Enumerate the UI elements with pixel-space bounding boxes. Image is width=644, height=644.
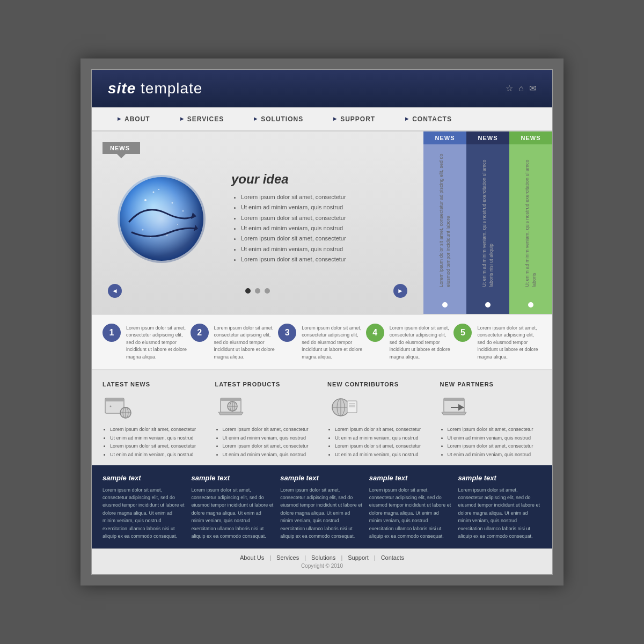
- nav-about[interactable]: ▶ ABOUT: [103, 108, 165, 130]
- news-panel-dark: NEWS Ut enim ad minim veniam, quis nostr…: [466, 131, 509, 314]
- news-panel-dark-header: NEWS: [466, 131, 509, 144]
- dark-panel-text: Lorem ipsum dolor sit amet, consectetur …: [369, 486, 453, 540]
- dark-panel: sample text Lorem ipsum dolor sit amet, …: [280, 474, 364, 540]
- slide-bullets: Lorem ipsum dolor sit amet, consecteturU…: [231, 193, 407, 264]
- bottom-bullet: Ut enim ad minim veniam, quis nostrud: [335, 451, 429, 458]
- step-text: Lorem ipsum dolor sit amet, consectetur …: [126, 324, 191, 361]
- dark-panel-title: sample text: [280, 474, 364, 482]
- news-panel-blue-footer: [423, 296, 466, 314]
- site-container: site template ☆ ⌂ ✉ ▶ ABOUT ▶ SERVICES ▶…: [91, 69, 553, 575]
- footer-nav-item[interactable]: Solutions: [306, 554, 341, 561]
- svg-rect-23: [221, 398, 241, 401]
- nav-arrow: ▶: [180, 116, 184, 121]
- bottom-col: NEW CONTRIBUTORS Lorem ipsum dolor sit a…: [327, 381, 429, 459]
- slide-heading: your idea: [231, 172, 407, 187]
- news-panel-green-body: Ut enim ad minim veniam, quis nostrud ex…: [509, 144, 552, 296]
- bottom-bullet: Lorem ipsum dolor sit amet, consectetur: [223, 426, 317, 433]
- dark-panel-title: sample text: [458, 474, 541, 482]
- footer-nav-item[interactable]: Services: [271, 554, 304, 561]
- bottom-col-list: Lorem ipsum dolor sit amet, consecteturU…: [215, 426, 317, 458]
- site-footer: About Us|Services|Solutions|Support|Cont…: [92, 548, 552, 574]
- nav-support[interactable]: ▶ SUPPORT: [318, 108, 390, 130]
- step-item: 5 Lorem ipsum dolor sit amet, consectetu…: [453, 324, 541, 361]
- bottom-col: LATEST PRODUCTS Lorem ipsum dolor sit am…: [215, 381, 317, 459]
- news-panel-green-header: NEWS: [509, 131, 552, 144]
- site-title: site template: [108, 80, 202, 97]
- slide-bullet: Lorem ipsum dolor sit amet, consectetur: [241, 193, 407, 201]
- title-italic: site: [108, 80, 136, 97]
- bottom-col-list: Lorem ipsum dolor sit amet, consecteturU…: [440, 426, 542, 458]
- dark-panel: sample text Lorem ipsum dolor sit amet, …: [103, 474, 186, 540]
- bottom-bullet: Lorem ipsum dolor sit amet, consectetur: [110, 426, 204, 433]
- slide-bullet: Lorem ipsum dolor sit amet, consectetur: [241, 235, 407, 243]
- dot-3[interactable]: [265, 288, 270, 294]
- bottom-col: NEW PARTNERS Lorem ipsum dolor sit amet,…: [440, 381, 542, 459]
- bottom-bullet: Ut enim ad minim veniam, quis nostrud: [448, 435, 542, 442]
- svg-point-7: [182, 210, 184, 211]
- news-panel-green: NEWS Ut enim ad minim veniam, quis nostr…: [509, 131, 552, 314]
- nav-arrow: ▶: [254, 116, 258, 121]
- bottom-col-list: Lorem ipsum dolor sit amet, consecteturU…: [327, 426, 429, 458]
- svg-point-4: [153, 191, 155, 193]
- step-text: Lorem ipsum dolor sit amet, consectetur …: [214, 324, 279, 361]
- slide-bullet: Ut enim ad minim veniam, quis nostrud: [241, 224, 407, 232]
- nav-arrow: ▶: [333, 116, 337, 121]
- svg-point-12: [150, 237, 151, 238]
- slider-section: NEWS: [92, 131, 552, 314]
- footer-nav-item[interactable]: Support: [342, 554, 374, 561]
- news-panel-blue-header: NEWS: [423, 131, 466, 144]
- dot-2[interactable]: [255, 288, 260, 294]
- title-normal: template: [136, 80, 202, 97]
- step-item: 3 Lorem ipsum dolor sit amet, consectetu…: [278, 324, 366, 361]
- slider-content: your idea Lorem ipsum dolor sit amet, co…: [103, 154, 413, 284]
- header-icons: ☆ ⌂ ✉: [506, 83, 536, 93]
- bottom-bullet: Lorem ipsum dolor sit amet, consectetur: [448, 426, 542, 433]
- nav-contacts-label: CONTACTS: [412, 115, 452, 123]
- news-panel-green-footer: [509, 296, 552, 314]
- step-item: 1 Lorem ipsum dolor sit amet, consectetu…: [103, 324, 191, 361]
- bottom-col-title: LATEST PRODUCTS: [215, 381, 317, 387]
- bottom-icon: [103, 394, 135, 421]
- dark-panel-text: Lorem ipsum dolor sit amet, consectetur …: [192, 486, 275, 540]
- slide-bullet: Lorem ipsum dolor sit amet, consectetur: [241, 214, 407, 222]
- step-item: 2 Lorem ipsum dolor sit amet, consectetu…: [191, 324, 279, 361]
- bottom-icon: [327, 394, 360, 421]
- news-panel-blue-dot[interactable]: [442, 302, 448, 308]
- footer-nav-item[interactable]: About Us: [235, 554, 269, 561]
- slider-prev-btn[interactable]: ◄: [108, 284, 122, 298]
- step-item: 4 Lorem ipsum dolor sit amet, consectetu…: [366, 324, 454, 361]
- slide-text: your idea Lorem ipsum dolor sit amet, co…: [231, 172, 407, 266]
- footer-nav-item[interactable]: Contacts: [376, 554, 409, 561]
- nav-solutions[interactable]: ▶ SOLUTIONS: [239, 108, 318, 130]
- dot-1[interactable]: [245, 288, 251, 294]
- slider-next-btn[interactable]: ►: [393, 284, 407, 298]
- nav-services[interactable]: ▶ SERVICES: [165, 108, 239, 130]
- outer-wrapper: site template ☆ ⌂ ✉ ▶ ABOUT ▶ SERVICES ▶…: [80, 58, 564, 586]
- news-panels: NEWS Lorem ipsum dolor sit amet, consect…: [423, 131, 552, 314]
- star-icon[interactable]: ☆: [506, 83, 513, 93]
- bottom-bullet: Ut enim ad minim veniam, quis nostrud: [223, 451, 317, 458]
- news-panel-green-dot[interactable]: [528, 302, 533, 308]
- mail-icon[interactable]: ✉: [529, 83, 536, 93]
- nav-arrow: ▶: [118, 116, 121, 121]
- svg-rect-16: [105, 398, 124, 401]
- site-header: site template ☆ ⌂ ✉: [92, 70, 552, 107]
- svg-point-5: [172, 202, 173, 203]
- bottom-bullet: Ut enim ad minim veniam, quis nostrud: [335, 435, 429, 442]
- news-panel-dark-dot[interactable]: [485, 302, 491, 308]
- step-number: 2: [191, 324, 209, 342]
- bottom-bullet: Lorem ipsum dolor sit amet, consectetur: [223, 443, 317, 450]
- globe-svg: [113, 171, 210, 267]
- home-icon[interactable]: ⌂: [518, 84, 524, 93]
- bottom-col-title: LATEST NEWS: [103, 381, 204, 387]
- news-panel-blue: NEWS Lorem ipsum dolor sit amet, consect…: [423, 131, 466, 314]
- bottom-col: LATEST NEWS Lorem ipsum dolor sit amet, …: [103, 381, 204, 459]
- nav-contacts[interactable]: ▶ CONTACTS: [390, 108, 467, 130]
- footer-nav: About Us|Services|Solutions|Support|Cont…: [103, 554, 541, 561]
- dark-panels: sample text Lorem ipsum dolor sit amet, …: [92, 465, 552, 549]
- news-tab-main: NEWS: [103, 142, 140, 154]
- bottom-col-title: NEW CONTRIBUTORS: [327, 381, 429, 387]
- dark-panel: sample text Lorem ipsum dolor sit amet, …: [458, 474, 541, 540]
- nav-bar: ▶ ABOUT ▶ SERVICES ▶ SOLUTIONS ▶ SUPPORT…: [92, 107, 552, 131]
- slider-nav: ◄ ►: [103, 284, 413, 303]
